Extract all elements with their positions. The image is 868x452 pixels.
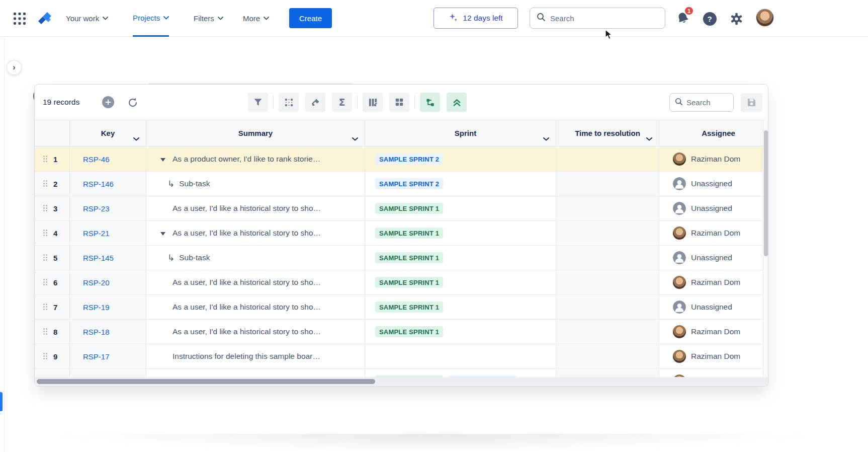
sprint-badge[interactable]: SAMPLE SPRINT 2 [375,178,443,189]
sprint-cell: SAMPLE SPRINT 2 [365,172,556,196]
drag-handle-icon[interactable] [43,279,48,286]
issue-key-link[interactable]: RSP-21 [83,229,110,238]
card-view-button[interactable] [389,93,409,112]
add-record-button[interactable] [102,96,114,108]
expand-sidebar-button[interactable]: › [7,60,22,75]
trial-days-left-button[interactable]: 12 days left [433,8,518,29]
app-switcher-icon[interactable] [13,11,28,26]
sum-button[interactable]: Σ [332,93,352,112]
nav-item-projects[interactable]: Projects [133,0,169,37]
summary-cell: As a user, I'd like a historical story t… [146,196,365,220]
settings-gear-icon[interactable] [728,11,744,27]
global-search-input[interactable] [550,14,658,23]
issue-key-link[interactable]: RSP-46 [83,155,110,164]
collapse-all-button[interactable] [447,93,467,112]
save-view-button[interactable] [741,93,762,112]
issue-key-link[interactable]: RSP-20 [83,278,110,287]
header-key[interactable]: Key [70,120,146,146]
jira-logo[interactable] [35,9,54,28]
paintbrush-icon [311,98,320,107]
summary-text[interactable]: Sub-task [179,253,210,262]
sprint-badge[interactable]: SAMPLE SPRINT 1 [375,228,443,239]
key-cell: RSP-23 [70,196,146,220]
table-row: 1RSP-46As a product owner, I'd like to r… [35,147,764,172]
sprint-badge[interactable]: SAMPLE SPRINT 1 [375,252,443,263]
nav-label: Your work [66,14,99,23]
sprint-badge[interactable]: SAMPLE SPRINT 1 [375,277,443,288]
summary-text[interactable]: As a user, I'd like a historical story t… [172,327,321,336]
toolbar-separator [273,96,274,109]
drag-handle-icon[interactable] [43,230,48,237]
issue-key-link[interactable]: RSP-18 [83,328,110,336]
assignee-avatar [673,350,686,363]
refresh-button[interactable] [126,96,139,109]
header-time-to-resolution[interactable]: Time to resolution [556,120,659,146]
help-icon[interactable]: ? [702,11,718,27]
issue-key-link[interactable]: RSP-17 [83,352,110,361]
summary-text[interactable]: As a user, I'd like a historical story t… [172,229,321,238]
table-toolbar: 19 records Σ [35,85,768,120]
columns-settings-button[interactable] [363,93,383,112]
drag-handle-icon[interactable] [43,254,48,261]
time-to-resolution-cell [556,295,659,319]
collapsed-sidebar-rail [0,37,5,452]
summary-text[interactable]: Sub-task [179,179,210,188]
chevron-down-icon[interactable] [133,134,139,142]
jira-logo-icon [35,9,54,28]
chevron-down-icon[interactable] [646,134,652,142]
table-search-input[interactable] [686,98,728,107]
chevron-down-icon[interactable] [352,134,358,142]
nav-item-filters[interactable]: Filters [194,0,223,37]
issue-key-link[interactable]: RSP-145 [83,254,114,262]
filter-button[interactable] [248,93,268,112]
assignee-name: Raziman Dom [691,327,740,336]
sprint-badge[interactable]: SAMPLE SPRINT 1 [375,326,443,337]
summary-text[interactable]: As a user, I'd like a historical story t… [172,204,321,213]
header-row-number [35,120,70,146]
header-sprint[interactable]: Sprint [365,120,556,146]
notifications-bell-icon[interactable]: 1 [675,10,691,26]
trial-label: 12 days left [463,14,502,23]
vertical-scrollbar-thumb[interactable] [764,130,768,256]
horizontal-scrollbar-thumb[interactable] [37,379,375,384]
issue-key-link[interactable]: RSP-23 [83,204,110,213]
header-assignee[interactable]: Assignee [659,120,764,146]
summary-text[interactable]: As a user, I'd like a historical story t… [172,303,321,312]
summary-cell: ↳Sub-task [146,246,365,270]
summary-text[interactable]: Instructions for deleting this sample bo… [172,352,320,361]
chevron-down-icon[interactable] [543,134,549,142]
sprint-badge[interactable]: SAMPLE SPRINT 2 [375,154,443,165]
drag-handle-icon[interactable] [43,328,48,335]
user-avatar[interactable] [756,9,774,27]
summary-cell: As a user, I'd like a historical story t… [146,221,365,245]
drag-handle-icon[interactable] [43,180,48,187]
question-mark-icon: ? [703,12,717,26]
formatting-button[interactable] [305,93,325,112]
issue-key-link[interactable]: RSP-19 [83,303,110,312]
collapse-toggle-icon[interactable] [160,158,165,162]
row-height-button[interactable] [279,93,299,112]
collapse-toggle-icon[interactable] [160,232,165,236]
drag-handle-icon[interactable] [43,353,48,360]
vertical-scrollbar[interactable] [763,120,768,378]
summary-text[interactable]: As a user, I'd like a historical story t… [172,278,321,287]
row-number-cell: 6 [35,270,70,294]
sprint-badge[interactable]: SAMPLE SPRINT 1 [375,203,443,214]
horizontal-scrollbar[interactable] [35,377,768,386]
sprint-badge[interactable]: SAMPLE SPRINT 1 [375,302,443,313]
summary-text[interactable]: As a product owner, I'd like to rank sto… [172,155,320,164]
header-summary[interactable]: Summary [146,120,365,146]
drag-handle-icon[interactable] [43,156,48,163]
unassigned-avatar-icon [673,251,686,264]
issue-key-link[interactable]: RSP-146 [83,180,114,188]
nav-item-more[interactable]: More [243,0,269,37]
hierarchy-view-button[interactable] [420,93,440,112]
drag-handle-icon[interactable] [43,304,48,311]
table-row: 3RSP-23As a user, I'd like a historical … [35,196,764,221]
assignee-name: Raziman Dom [691,278,740,287]
create-button[interactable]: Create [289,8,332,28]
drag-handle-icon[interactable] [43,205,48,212]
nav-item-your-work[interactable]: Your work [66,0,108,37]
global-search-box[interactable] [530,8,665,29]
table-search-box[interactable] [669,93,734,112]
